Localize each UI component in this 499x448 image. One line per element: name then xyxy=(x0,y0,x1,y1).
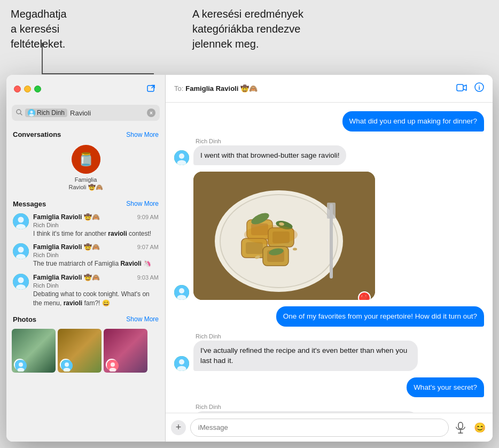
messages-show-more-button[interactable]: Show More xyxy=(126,200,159,207)
svg-point-55 xyxy=(293,248,297,251)
bubble-avatar xyxy=(174,150,189,165)
message-result-item[interactable]: Famiglia Ravioli 🤠🙈 9:03 AM Rich Dinh De… xyxy=(9,272,163,310)
heart-reaction: ❤️ xyxy=(358,291,371,300)
message-result-header: Famiglia Ravioli 🤠🙈 9:07 AM xyxy=(33,243,159,251)
token-avatar xyxy=(28,109,35,117)
photos-row xyxy=(6,326,165,376)
message-bubble-row: What did you end up making for dinner? xyxy=(174,111,484,132)
message-result-item[interactable]: Famiglia Ravioli 🤠🙈 9:09 AM Rich Dinh I … xyxy=(9,211,163,241)
message-result-conversation: Famiglia Ravioli 🤠🙈 xyxy=(33,274,100,281)
svg-point-30 xyxy=(179,153,184,159)
photos-section-header: Photos Show More xyxy=(6,311,165,326)
annotation-left: Megadhatjaa keresésifeltételeket. xyxy=(11,6,176,51)
bubble-column: Rich Dinh I went with that browned-butte… xyxy=(193,138,346,166)
search-text: Ravioli xyxy=(70,109,144,117)
annotation-line xyxy=(42,43,43,74)
bubble-avatar xyxy=(174,285,189,300)
bubble-avatar xyxy=(174,356,189,371)
app-window: Rich Dinh Ravioli × Conversations Show M… xyxy=(6,75,493,442)
search-bar[interactable]: Rich Dinh Ravioli × xyxy=(12,105,160,121)
message-result-item[interactable]: Famiglia Ravioli 🤠🙈 9:07 AM Rich Dinh Th… xyxy=(9,241,163,271)
message-result-content: Famiglia Ravioli 🤠🙈 9:03 AM Rich Dinh De… xyxy=(33,274,159,308)
highlight: ravioli xyxy=(108,230,127,237)
conversation-item[interactable]: 🫙 FamigliaRavioli 🤠🙈 xyxy=(6,141,165,196)
conversations-title: Conversations xyxy=(13,130,61,138)
photo-thumbnail[interactable] xyxy=(12,329,56,373)
emoji-button[interactable]: 😊 xyxy=(472,420,487,435)
face-overlay xyxy=(60,359,72,370)
svg-point-33 xyxy=(179,288,184,293)
svg-point-18 xyxy=(19,362,23,367)
message-bubble: One of my favorites from your repertoire… xyxy=(276,306,484,327)
message-result-body: Debating what to cook tonight. What's on… xyxy=(33,290,159,308)
message-bubble-row: Rich Dinh I went with that browned-butte… xyxy=(174,138,484,166)
message-bubble-row: ❤️ xyxy=(174,172,484,300)
voice-input-button[interactable] xyxy=(453,420,468,435)
bubble-sender-name: Rich Dinh xyxy=(193,333,418,339)
highlight: Ravioli xyxy=(120,260,141,267)
bubble-sender-name: Rich Dinh xyxy=(193,404,418,410)
svg-text:i: i xyxy=(478,84,480,91)
face-overlay xyxy=(14,359,26,370)
close-button[interactable] xyxy=(14,86,21,92)
message-result-conversation: Famiglia Ravioli 🤠🙈 xyxy=(33,243,100,251)
maximize-button[interactable] xyxy=(34,86,41,92)
annotation-area: Megadhatjaa keresésifeltételeket. A kere… xyxy=(0,0,499,75)
message-result-body: The true matriarch of Famiglia Ravioli 🦄 xyxy=(33,259,159,268)
message-bubble-row: One of my favorites from your repertoire… xyxy=(174,306,484,327)
search-icon xyxy=(16,109,22,117)
minimize-button[interactable] xyxy=(24,86,31,92)
message-result-sender: Rich Dinh xyxy=(33,282,159,289)
message-result-header: Famiglia Ravioli 🤠🙈 9:09 AM xyxy=(33,213,159,221)
svg-point-14 xyxy=(18,277,24,283)
compose-button[interactable] xyxy=(145,82,158,95)
message-result-header: Famiglia Ravioli 🤠🙈 9:03 AM xyxy=(33,274,159,281)
messages-section-header: Messages Show More xyxy=(6,196,165,210)
svg-point-50 xyxy=(244,225,298,244)
message-bubble-row: Rich Dinh I've actually refined the reci… xyxy=(174,333,484,371)
message-result-sender: Rich Dinh xyxy=(33,222,159,228)
sidebar-content: Conversations Show More 🫙 FamigliaRaviol… xyxy=(6,126,165,442)
svg-rect-26 xyxy=(457,84,463,91)
message-bubble: I've actually refined the recipe and it'… xyxy=(193,341,418,371)
chat-title-icons: i xyxy=(456,82,484,95)
photo-thumbnail[interactable] xyxy=(58,329,102,373)
svg-point-21 xyxy=(65,362,69,367)
search-token[interactable]: Rich Dinh xyxy=(25,109,67,117)
photos-title: Photos xyxy=(13,315,36,323)
traffic-lights xyxy=(14,86,41,92)
sidebar: Rich Dinh Ravioli × Conversations Show M… xyxy=(6,75,166,442)
video-call-button[interactable] xyxy=(456,83,467,94)
message-result-avatar xyxy=(13,243,29,259)
svg-point-24 xyxy=(111,362,115,367)
face-overlay xyxy=(106,359,118,370)
photos-show-more-button[interactable]: Show More xyxy=(126,315,159,323)
chat-input-bar: + 😊 xyxy=(166,413,493,442)
chat-area: To: Famiglia Ravioli 🤠🙈 i xyxy=(166,75,493,442)
message-image[interactable]: ❤️ xyxy=(193,172,375,300)
message-result-time: 9:09 AM xyxy=(137,214,159,220)
message-input[interactable] xyxy=(190,419,449,437)
message-result-avatar xyxy=(13,274,29,290)
svg-point-57 xyxy=(179,359,184,365)
message-bubble-row: Rich Dinh Add garlic to the butter, and … xyxy=(174,404,484,413)
message-bubble: What's your secret? xyxy=(407,377,484,398)
chat-recipient-name: Famiglia Ravioli 🤠🙈 xyxy=(185,84,258,92)
message-result-body: I think it's time for another ravioli co… xyxy=(33,229,159,238)
message-result-avatar xyxy=(13,213,29,229)
svg-text:🫙: 🫙 xyxy=(78,151,94,167)
svg-rect-52 xyxy=(327,203,336,219)
highlight: ravioli xyxy=(64,299,82,307)
conversation-name: FamigliaRavioli 🤠🙈 xyxy=(68,176,103,191)
message-result-content: Famiglia Ravioli 🤠🙈 9:07 AM Rich Dinh Th… xyxy=(33,243,159,268)
search-clear-button[interactable]: × xyxy=(147,109,155,117)
add-attachment-button[interactable]: + xyxy=(171,420,186,435)
message-result-content: Famiglia Ravioli 🤠🙈 9:09 AM Rich Dinh I … xyxy=(33,213,159,238)
info-button[interactable]: i xyxy=(474,82,484,95)
chat-to-label: To: xyxy=(174,84,183,92)
token-name: Rich Dinh xyxy=(37,109,65,117)
bubble-column: ❤️ xyxy=(193,172,375,300)
photo-thumbnail[interactable] xyxy=(104,329,147,373)
svg-point-11 xyxy=(18,247,24,253)
conversations-show-more-button[interactable]: Show More xyxy=(126,131,159,138)
